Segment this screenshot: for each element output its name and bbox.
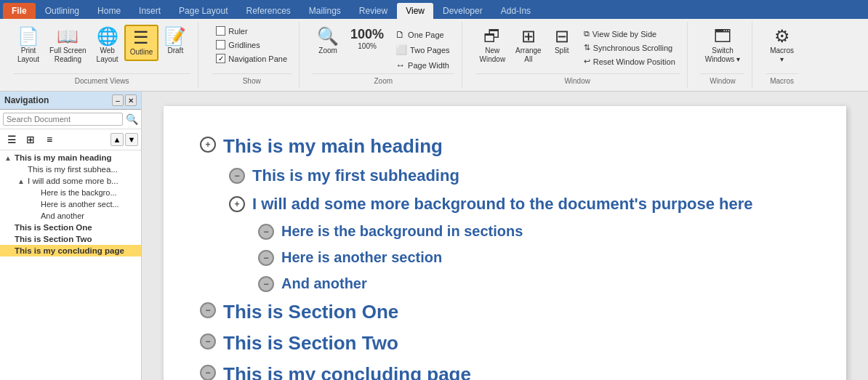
nav-view-headings-btn[interactable]: ☰ — [3, 132, 20, 147]
outline-bullet-section-one[interactable]: − — [200, 302, 216, 318]
outline-bullet-and-another[interactable]: − — [258, 276, 274, 292]
nav-item-text-section-two: This is Section Two — [15, 235, 92, 243]
switch-windows-button[interactable]: 🗔 SwitchWindows ▾ — [701, 25, 744, 67]
outline-button[interactable]: ☰ Outline — [124, 25, 159, 61]
two-pages-icon: ⬜ — [395, 44, 407, 55]
navigation-pane-checkbox[interactable] — [216, 54, 225, 63]
search-input[interactable] — [3, 113, 123, 126]
outline-bullet-add-background[interactable]: + — [229, 196, 245, 212]
outline-bullet-another-section[interactable]: − — [258, 250, 274, 266]
nav-item-heading-1-2[interactable]: ▲I will add some more b... — [0, 175, 141, 187]
minus-icon: − — [263, 254, 268, 262]
gridlines-checkbox-btn[interactable]: Gridlines — [212, 39, 292, 51]
tab-view[interactable]: View — [397, 3, 433, 19]
outline-item-first-subheading[interactable]: −This is my first subheading — [229, 166, 810, 185]
outline-item-another-section[interactable]: −Here is another section — [258, 248, 810, 266]
tab-page-layout[interactable]: Page Layout — [170, 3, 236, 19]
ribbon-group-document-views: 📄 PrintLayout 📖 Full ScreenReading 🌐 Web… — [6, 22, 198, 88]
web-layout-button[interactable]: 🌐 WebLayout — [92, 25, 123, 67]
outline-label: Outline — [130, 48, 153, 57]
print-layout-icon: 📄 — [17, 28, 39, 45]
outline-text-main-heading: This is my main heading — [223, 135, 443, 158]
outline-bullet-concluding[interactable]: − — [200, 365, 216, 380]
draft-button[interactable]: 📝 Draft — [160, 25, 190, 58]
two-pages-btn[interactable]: ⬜ Two Pages — [391, 43, 454, 57]
outline-item-main-heading[interactable]: +This is my main heading — [200, 135, 810, 158]
reset-window-icon: ↩ — [584, 57, 590, 66]
tab-file[interactable]: File — [3, 3, 36, 19]
outline-text-concluding: This is my concluding page — [223, 363, 471, 380]
ribbon-container: FileOutliningHomeInsertPage LayoutRefere… — [0, 0, 868, 92]
expand-icon-heading-1-2[interactable]: ▲ — [17, 177, 26, 185]
nav-next-btn[interactable]: ▼ — [125, 133, 138, 146]
tab-insert[interactable]: Insert — [130, 3, 169, 19]
tab-mailings[interactable]: Mailings — [300, 3, 350, 19]
nav-item-text-heading-1-2-1: Here is the backgro... — [41, 188, 117, 197]
tab-review[interactable]: Review — [350, 3, 396, 19]
outline-bullet-first-subheading[interactable]: − — [229, 168, 245, 184]
nav-prev-btn[interactable]: ▲ — [110, 133, 124, 146]
outline-item-and-another[interactable]: −And another — [258, 275, 810, 292]
tab-developer[interactable]: Developer — [434, 3, 491, 19]
zoom-button[interactable]: 🔍 Zoom — [313, 25, 343, 58]
nav-item-section-one[interactable]: This is Section One — [0, 222, 141, 233]
one-page-label: One Page — [408, 31, 444, 39]
ruler-checkbox[interactable] — [216, 26, 225, 36]
show-checkboxes: Ruler Gridlines Navigation Pane — [212, 25, 292, 65]
outline-item-bg-sections[interactable]: −Here is the background in sections — [258, 222, 810, 240]
arrange-all-button[interactable]: ⊞ ArrangeAll — [511, 25, 546, 67]
nav-item-heading-1[interactable]: ▲This is my main heading — [0, 152, 141, 163]
outline-text-first-subheading: This is my first subheading — [252, 166, 459, 185]
full-screen-reading-button[interactable]: 📖 Full ScreenReading — [45, 25, 91, 67]
page-width-btn[interactable]: ↔ Page Width — [391, 58, 454, 72]
macros-label: Macros▾ — [770, 47, 794, 64]
synchronous-scrolling-btn[interactable]: ⇅ Synchronous Scrolling — [579, 41, 680, 54]
outline-bullet-bg-sections[interactable]: − — [258, 224, 274, 240]
outline-bullet-section-two[interactable]: − — [200, 333, 216, 349]
nav-pane-close-btn[interactable]: ✕ — [125, 94, 137, 106]
nav-item-heading-1-2-2[interactable]: Here is another sect... — [0, 198, 141, 210]
search-icon[interactable]: 🔍 — [126, 113, 138, 125]
ribbon-group-macros: ⚙ Macros▾ Macros — [758, 22, 805, 88]
nav-item-concluding[interactable]: This is my concluding page — [0, 245, 141, 256]
outline-item-add-background[interactable]: +I will add some more background to the … — [229, 195, 810, 214]
nav-item-heading-1-2-3[interactable]: And another — [0, 210, 141, 222]
tab-outlining[interactable]: Outlining — [36, 3, 88, 19]
minus-icon: − — [263, 227, 268, 236]
expand-icon-heading-1[interactable]: ▲ — [4, 154, 13, 162]
ribbon-group-zoom: 🔍 Zoom 100% 100% 🗋 One Page ⬜ Two Pages — [305, 22, 462, 88]
print-layout-button[interactable]: 📄 PrintLayout — [13, 25, 44, 67]
arrange-all-label: ArrangeAll — [515, 47, 542, 64]
ruler-checkbox-btn[interactable]: Ruler — [212, 25, 292, 37]
split-label: Split — [555, 47, 568, 55]
nav-item-heading-1-2-1[interactable]: Here is the backgro... — [0, 187, 141, 198]
outline-item-section-one[interactable]: −This is Section One — [200, 301, 810, 323]
nav-item-text-heading-1-2-3: And another — [41, 211, 84, 220]
tab-add-ins[interactable]: Add-Ins — [492, 3, 539, 19]
nav-view-buttons: ☰ ⊞ ≡ ▲ ▼ — [0, 129, 141, 150]
view-side-by-side-btn[interactable]: ⧉ View Side by Side — [579, 28, 680, 40]
tab-home[interactable]: Home — [89, 3, 129, 19]
nav-view-pages-btn[interactable]: ⊞ — [22, 132, 39, 147]
arrange-all-icon: ⊞ — [521, 28, 536, 45]
navigation-pane-checkbox-btn[interactable]: Navigation Pane — [212, 52, 292, 65]
nav-item-heading-1-1[interactable]: This is my first subhea... — [0, 163, 141, 175]
tab-references[interactable]: References — [237, 3, 299, 19]
doc-page: +This is my main heading−This is my firs… — [164, 106, 846, 380]
zoom-100-button[interactable]: 100% 100% — [346, 25, 388, 54]
new-window-button[interactable]: 🗗 NewWindow — [475, 25, 510, 67]
split-button[interactable]: ⊟ Split — [547, 25, 576, 67]
two-pages-label: Two Pages — [410, 46, 449, 54]
nav-pane-minimize-btn[interactable]: – — [112, 94, 124, 106]
outline-item-section-two[interactable]: −This is Section Two — [200, 332, 810, 355]
macros-button[interactable]: ⚙ Macros▾ — [765, 25, 798, 67]
gridlines-checkbox[interactable] — [216, 40, 225, 49]
one-page-btn[interactable]: 🗋 One Page — [391, 28, 454, 41]
nav-item-section-two[interactable]: This is Section Two — [0, 233, 141, 245]
ribbon: 📄 PrintLayout 📖 Full ScreenReading 🌐 Web… — [0, 19, 868, 92]
outline-icon: ☰ — [133, 29, 149, 47]
outline-item-concluding[interactable]: −This is my concluding page — [200, 363, 810, 380]
reset-window-position-btn[interactable]: ↩ Reset Window Position — [579, 55, 680, 68]
nav-view-results-btn[interactable]: ≡ — [41, 132, 58, 147]
outline-bullet-main-heading[interactable]: + — [200, 137, 216, 153]
